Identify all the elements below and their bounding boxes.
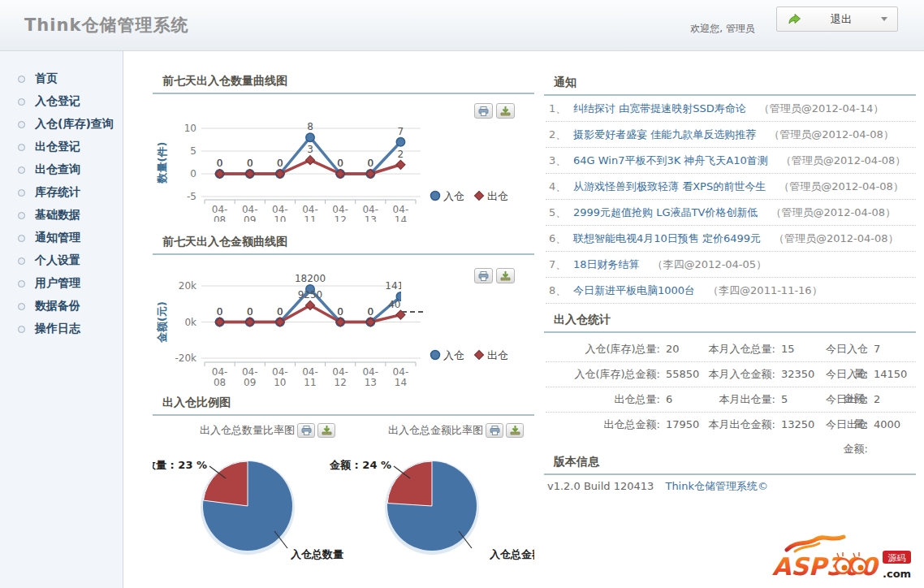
sidebar-item-inbound-register[interactable]: 入仓登记	[0, 90, 123, 113]
svg-text:0: 0	[190, 168, 196, 179]
svg-text:入仓总数量: 入仓总数量	[290, 548, 343, 560]
stat-value: 14150	[868, 362, 916, 387]
notice-meta: （管理员@2012-04-08）	[781, 148, 906, 173]
notice-link[interactable]: 摄影爱好者盛宴 佳能九款单反选购推荐	[573, 122, 756, 147]
print-button[interactable]	[297, 423, 315, 438]
bullet-icon	[18, 303, 25, 310]
download-button[interactable]	[496, 268, 515, 283]
svg-text:7: 7	[398, 126, 404, 137]
sidebar-item-outbound-query[interactable]: 出仓查询	[0, 158, 123, 181]
sidebar-item-operation-log[interactable]: 操作日志	[0, 318, 123, 340]
sidebar-item-label: 入仓(库存)查询	[35, 117, 114, 132]
stat-cell: 今日出仓金额:4000	[823, 413, 916, 437]
sidebar-item-notice-manage[interactable]: 通知管理	[0, 227, 123, 249]
stat-cell: 今日入仓量:7	[823, 337, 916, 361]
section-title-quantity-chart: 前七天出入仓数量曲线图	[153, 74, 534, 94]
stat-label: 入仓(库存)总量:	[546, 337, 660, 361]
sidebar-item-label: 出仓查询	[35, 162, 80, 177]
version-info: v1.2.0 Build 120413 Think仓储管理系统©	[547, 479, 768, 494]
svg-text:-5: -5	[187, 191, 196, 202]
sidebar-item-inbound-stock-query[interactable]: 入仓(库存)查询	[0, 113, 123, 136]
caret-down-icon	[881, 17, 887, 21]
sidebar-item-label: 库存统计	[35, 185, 80, 200]
notice-link[interactable]: 今日新进平板电脑1000台	[573, 278, 695, 303]
sidebar-item-personal-settings[interactable]: 个人设置	[0, 249, 123, 272]
stat-value: 7	[868, 337, 916, 361]
logout-button[interactable]: 退出	[776, 6, 898, 32]
amount-chart-block: -20k0k20k金额(元)00018200001415000092500040…	[153, 256, 534, 386]
stats-row: 出仓总量:6本月出仓量:5今日出仓量:2	[546, 387, 916, 413]
stats-table: 入仓(库存)总量:20本月入仓总量:15今日入仓量:7入仓(库存)总金额:558…	[546, 337, 916, 437]
print-button[interactable]	[486, 423, 503, 438]
sidebar-menu: 首页入仓登记入仓(库存)查询出仓登记出仓查询库存统计基础数据通知管理个人设置用户…	[0, 67, 123, 340]
sidebar-item-home[interactable]: 首页	[0, 67, 123, 90]
svg-text:出仓: 出仓	[487, 349, 508, 361]
svg-text:04-12: 04-12	[332, 204, 348, 222]
svg-text:0: 0	[337, 158, 343, 169]
stat-value: 17950	[660, 413, 708, 437]
version-link[interactable]: Think仓储管理系统©	[665, 480, 768, 492]
notice-item: 2、摄影爱好者盛宴 佳能九款单反选购推荐（管理员@2012-04-08）	[546, 122, 916, 148]
charts-column: 前七天出入仓数量曲线图 -50510数量(件)0008007000300204-…	[153, 51, 534, 588]
notice-link[interactable]: 2999元超值抢购 LG液晶TV价格创新低	[573, 200, 758, 225]
notice-link[interactable]: 64G Win7平板不到3K 神舟飞天A10首测	[573, 148, 768, 173]
svg-text:入仓: 入仓	[443, 190, 464, 202]
app-title: Think仓储管理系统	[24, 14, 188, 37]
stat-label: 本月出仓金额:	[708, 413, 775, 437]
svg-text:04-14: 04-14	[393, 366, 409, 386]
notice-link[interactable]: 18日财务结算	[573, 252, 640, 277]
svg-text:04-13: 04-13	[362, 204, 378, 222]
notice-number: 7、	[546, 252, 573, 277]
sidebar-item-stock-stats[interactable]: 库存统计	[0, 181, 123, 204]
stat-value: 2	[868, 387, 916, 412]
sidebar-item-base-data[interactable]: 基础数据	[0, 204, 123, 227]
svg-text:04-10: 04-10	[272, 204, 288, 222]
download-button[interactable]	[317, 423, 335, 438]
stat-cell: 出仓总金额:17950	[546, 413, 708, 437]
svg-text:04-12: 04-12	[332, 366, 348, 386]
stat-cell: 本月出仓金额:13250	[708, 413, 823, 437]
sidebar: 首页入仓登记入仓(库存)查询出仓登记出仓查询库存统计基础数据通知管理个人设置用户…	[0, 51, 123, 588]
stat-value: 55850	[660, 362, 708, 387]
sidebar-item-outbound-register[interactable]: 出仓登记	[0, 136, 123, 158]
stat-label: 本月入仓金额:	[708, 362, 775, 387]
notice-link[interactable]: 从游戏怪兽到极致轻薄 看XPS的前世今生	[573, 174, 766, 199]
print-button[interactable]	[474, 268, 493, 283]
download-button[interactable]	[496, 103, 515, 119]
svg-text:0: 0	[277, 158, 283, 169]
svg-text:0k: 0k	[184, 317, 196, 328]
stat-label: 入仓(库存)总金额:	[546, 362, 660, 387]
info-column: 通知 1、纠结探讨 由宽带提速映射SSD寿命论（管理员@2012-04-14）2…	[544, 51, 916, 588]
sidebar-item-label: 操作日志	[35, 322, 80, 336]
sidebar-item-label: 通知管理	[35, 231, 80, 245]
notice-number: 8、	[546, 278, 573, 303]
notice-link[interactable]: 纠结探讨 由宽带提速映射SSD寿命论	[573, 96, 746, 121]
logout-label: 退出	[801, 12, 881, 27]
bullet-icon	[18, 326, 25, 333]
notice-number: 6、	[546, 226, 573, 251]
asp300-logo[interactable]: ASP300 源码 .com	[771, 534, 921, 586]
stat-label: 本月入仓总量:	[708, 337, 775, 361]
svg-text:入仓总金额: 入仓总金额	[489, 548, 534, 560]
app-header: Think仓储管理系统 欢迎您, 管理员 退出	[0, 0, 924, 51]
svg-text:20k: 20k	[179, 280, 196, 292]
logo-badge-text: 源码	[888, 553, 906, 564]
svg-text:04-08: 04-08	[212, 366, 228, 386]
notice-list: 1、纠结探讨 由宽带提速映射SSD寿命论（管理员@2012-04-14）2、摄影…	[546, 96, 916, 304]
sidebar-item-user-manage[interactable]: 用户管理	[0, 272, 123, 295]
svg-text:0: 0	[337, 306, 343, 318]
svg-text:入仓: 入仓	[443, 349, 464, 361]
stat-cell: 入仓(库存)总金额:55850	[546, 362, 708, 387]
svg-text:04-09: 04-09	[242, 204, 258, 222]
stat-cell: 入仓(库存)总量:20	[546, 337, 708, 361]
print-button[interactable]	[474, 103, 493, 119]
logo-tld-text: .com	[883, 568, 911, 580]
svg-text:0: 0	[217, 306, 223, 318]
download-button[interactable]	[506, 423, 524, 438]
svg-text:0: 0	[367, 158, 373, 169]
svg-text:04-09: 04-09	[242, 366, 258, 386]
notice-link[interactable]: 联想智能电视4月10日预售 定价6499元	[573, 226, 761, 251]
sidebar-item-data-backup[interactable]: 数据备份	[0, 295, 123, 318]
svg-text:04-14: 04-14	[393, 204, 409, 222]
stats-row: 出仓总金额:17950本月出仓金额:13250今日出仓金额:4000	[546, 413, 916, 437]
